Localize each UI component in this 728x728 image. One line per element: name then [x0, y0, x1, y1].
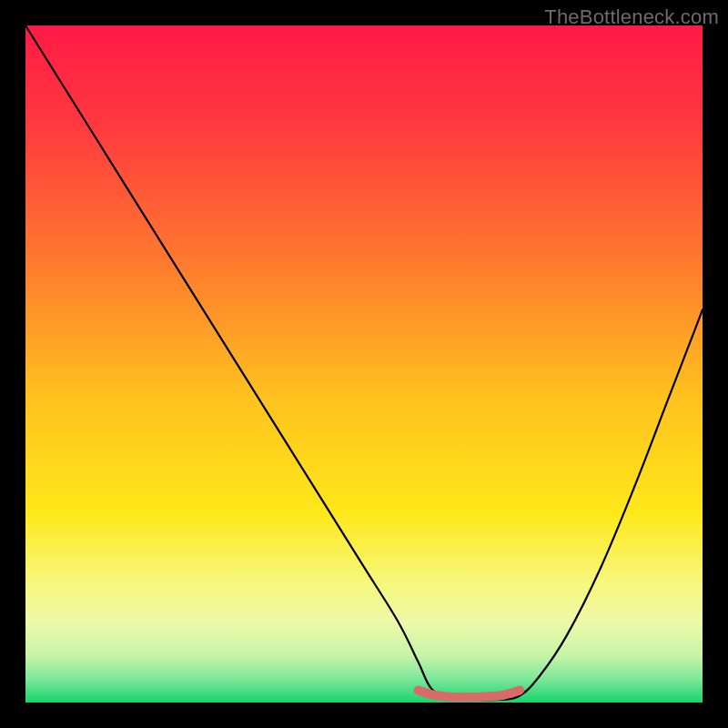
- chart-background: [25, 25, 703, 703]
- chart-frame: [25, 25, 703, 703]
- bottleneck-chart: [25, 25, 703, 703]
